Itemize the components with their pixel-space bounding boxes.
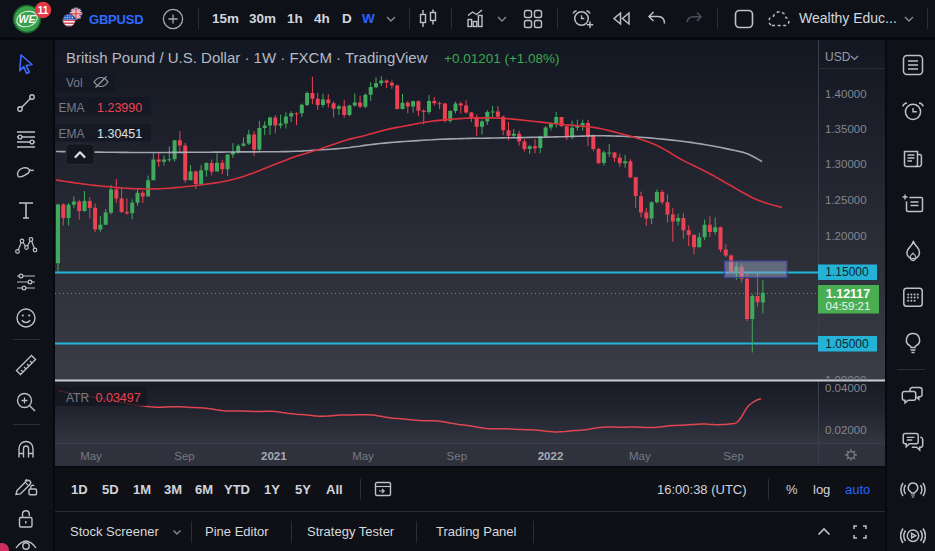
svg-text:1.12117: 1.12117 [826, 287, 871, 301]
svg-text:0.03497: 0.03497 [96, 391, 141, 405]
svg-text:1.05000: 1.05000 [825, 337, 869, 351]
svg-text:1.23990: 1.23990 [97, 101, 142, 115]
svg-text:1.30000: 1.30000 [825, 158, 867, 170]
svg-text:Sep: Sep [174, 450, 194, 462]
svg-text:+0.01201 (+1.08%): +0.01201 (+1.08%) [444, 51, 560, 66]
svg-text:Sep: Sep [723, 450, 743, 462]
svg-text:British Pound / U.S. Dollar ·: British Pound / U.S. Dollar · 1W · FXCM … [66, 49, 428, 66]
svg-text:1.30451: 1.30451 [97, 127, 142, 141]
svg-text:1.35000: 1.35000 [825, 123, 867, 135]
svg-text:ATR: ATR [66, 391, 89, 405]
svg-text:1.20000: 1.20000 [825, 230, 867, 242]
svg-text:EMA: EMA [59, 127, 85, 141]
svg-text:WE: WE [19, 13, 37, 25]
svg-text:Sep: Sep [447, 450, 467, 462]
svg-text:04:59:21: 04:59:21 [826, 300, 871, 312]
svg-text:0.02000: 0.02000 [825, 424, 867, 436]
svg-text:1.25000: 1.25000 [825, 194, 867, 206]
svg-text:USD: USD [825, 50, 851, 64]
svg-text:EMA: EMA [59, 101, 85, 115]
svg-text:May: May [80, 450, 102, 462]
svg-text:11: 11 [38, 5, 49, 16]
svg-text:1.15000: 1.15000 [825, 265, 869, 279]
svg-text:2022: 2022 [538, 450, 564, 462]
svg-text:2021: 2021 [261, 450, 287, 462]
svg-text:Vol: Vol [66, 76, 83, 90]
svg-text:May: May [352, 450, 374, 462]
svg-text:1.40000: 1.40000 [825, 88, 867, 100]
svg-text:0.04000: 0.04000 [825, 382, 867, 394]
svg-text:May: May [629, 450, 651, 462]
